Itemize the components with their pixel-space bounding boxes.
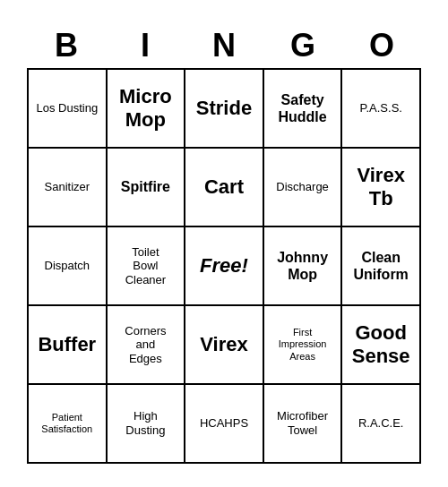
bingo-cell: MicroMop (108, 70, 186, 149)
cell-text: MicroMop (119, 85, 172, 132)
cell-text: Cart (204, 175, 244, 199)
cell-text: ToiletBowlCleaner (125, 245, 167, 287)
cell-text: CleanUniform (354, 249, 409, 283)
bingo-cell: HighDusting (108, 385, 186, 464)
cell-text: VirexTb (357, 164, 404, 211)
bingo-cell: VirexTb (342, 149, 421, 227)
bingo-cell: P.A.S.S. (342, 70, 421, 149)
cell-text: Stride (196, 97, 252, 120)
bingo-cell: JohnnyMop (264, 227, 343, 306)
bingo-cell: Discharge (264, 149, 343, 227)
cell-text: Buffer (38, 333, 96, 356)
bingo-cell: GoodSense (342, 306, 421, 385)
bingo-cell: Los Dusting (29, 70, 108, 149)
cell-text: MicrofiberTowel (277, 409, 328, 437)
bingo-cell: Buffer (29, 306, 108, 385)
bingo-grid: Los DustingMicroMopStrideSafetyHuddleP.A… (27, 68, 421, 464)
bingo-cell: R.A.C.E. (342, 385, 421, 464)
bingo-cell: Sanitizer (29, 149, 108, 227)
cell-text: Virex (200, 333, 247, 356)
cell-text: Spitfire (121, 178, 170, 195)
header-letter: B (27, 23, 106, 68)
bingo-cell: CornersandEdges (108, 306, 186, 385)
header-letter: I (106, 23, 185, 68)
bingo-card: BINGO Los DustingMicroMopStrideSafetyHud… (18, 14, 430, 473)
cell-text: PatientSatisfaction (41, 412, 92, 435)
cell-text: FirstImpressionAreas (279, 327, 327, 363)
cell-text: Los Dusting (36, 101, 98, 115)
cell-text: P.A.S.S. (359, 101, 401, 115)
bingo-cell: FirstImpressionAreas (264, 306, 343, 385)
cell-text: R.A.C.E. (358, 416, 404, 431)
bingo-cell: HCAHPS (185, 385, 264, 464)
cell-text: CornersandEdges (125, 324, 166, 366)
cell-text: Sanitizer (45, 180, 90, 194)
cell-text: SafetyHuddle (278, 91, 326, 125)
cell-text: JohnnyMop (277, 249, 328, 283)
cell-text: Free! (200, 254, 248, 278)
bingo-cell: Free! (185, 227, 264, 306)
header-letter: G (263, 23, 342, 68)
cell-text: Dispatch (45, 259, 90, 273)
cell-text: Discharge (276, 180, 329, 194)
bingo-cell: ToiletBowlCleaner (108, 227, 186, 306)
header-letter: O (342, 23, 421, 68)
header-letter: N (185, 23, 263, 68)
cell-text: HighDusting (125, 409, 165, 437)
bingo-cell: SafetyHuddle (264, 70, 343, 149)
bingo-cell: Dispatch (29, 227, 108, 306)
bingo-cell: PatientSatisfaction (29, 385, 108, 464)
cell-text: GoodSense (352, 321, 410, 369)
bingo-cell: MicrofiberTowel (264, 385, 343, 464)
cell-text: HCAHPS (200, 416, 248, 431)
bingo-cell: Stride (185, 70, 264, 149)
bingo-cell: Spitfire (108, 149, 186, 227)
bingo-cell: CleanUniform (342, 227, 421, 306)
bingo-cell: Cart (185, 149, 264, 227)
bingo-cell: Virex (185, 306, 264, 385)
bingo-header: BINGO (27, 23, 421, 68)
